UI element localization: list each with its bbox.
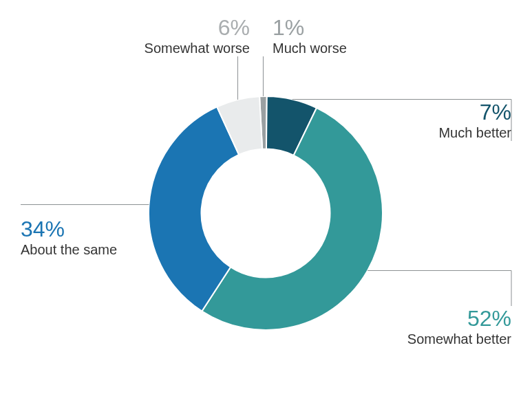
somewhat-better-pct: 52% bbox=[407, 306, 511, 331]
much-better-pct: 7% bbox=[438, 100, 511, 125]
much-better-text: Much better bbox=[438, 125, 511, 141]
about-the-same-text: About the same bbox=[21, 242, 117, 258]
label-somewhat-worse: 6% Somewhat worse bbox=[145, 15, 250, 56]
somewhat-worse-pct: 6% bbox=[145, 15, 250, 41]
donut-chart-container: 1% Much worse 6% Somewhat worse 7% Much … bbox=[0, 0, 532, 394]
label-somewhat-better: 52% Somewhat better bbox=[407, 306, 511, 347]
label-much-worse: 1% Much worse bbox=[273, 15, 347, 56]
much-worse-text: Much worse bbox=[273, 41, 347, 56]
somewhat-better-text: Somewhat better bbox=[407, 331, 511, 347]
somewhat-worse-text: Somewhat worse bbox=[145, 41, 250, 56]
label-much-better: 7% Much better bbox=[438, 100, 511, 141]
about-the-same-pct: 34% bbox=[21, 217, 117, 242]
label-about-the-same: 34% About the same bbox=[21, 217, 117, 258]
much-worse-pct: 1% bbox=[273, 15, 347, 41]
